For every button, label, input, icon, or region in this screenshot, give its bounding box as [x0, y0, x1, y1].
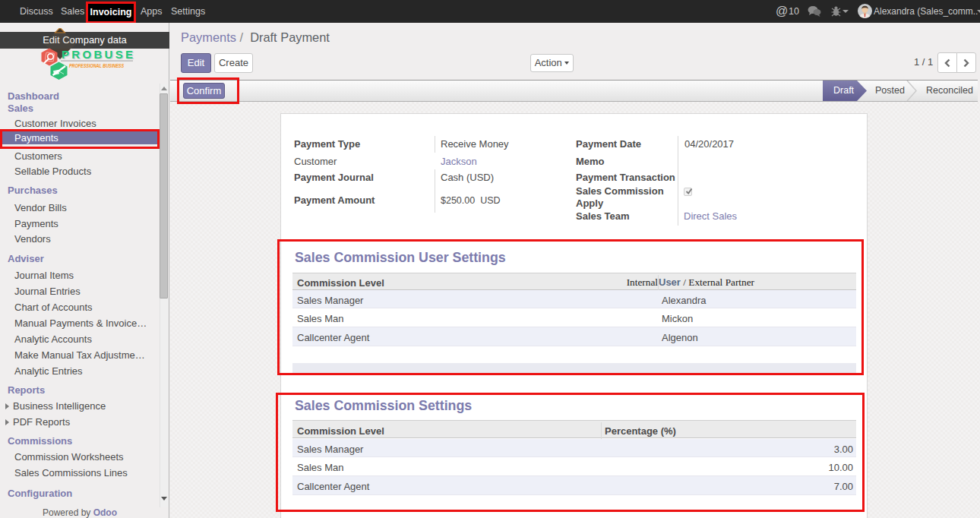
svg-text:PROFESSIONAL BUSINESS: PROFESSIONAL BUSINESS	[69, 63, 125, 68]
svg-text:PROBUSE: PROBUSE	[62, 48, 133, 61]
